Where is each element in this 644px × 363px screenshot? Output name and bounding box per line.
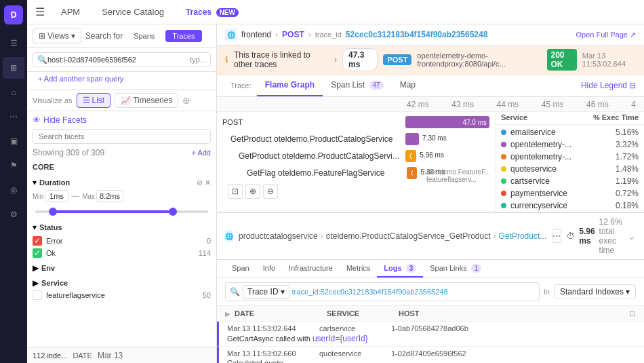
core-facet-header[interactable]: CORE xyxy=(33,163,211,171)
status-section-header[interactable]: ▾ Status xyxy=(33,223,211,232)
span-bar-getflag-bar[interactable]: GetFlag oteldemo.FeatureFlag... xyxy=(407,167,417,179)
tab-info[interactable]: Info xyxy=(256,260,282,278)
tab-logs[interactable]: Logs 3 xyxy=(377,260,423,278)
tab-infrastructure[interactable]: Infrastructure xyxy=(282,260,340,278)
home-icon[interactable]: ⌂ xyxy=(3,81,24,103)
logs-count-badge: 3 xyxy=(406,264,417,273)
span-row-getflag[interactable]: GetFlag oteldemo.FeatureFlagService GetF… xyxy=(222,166,489,180)
hamburger-icon[interactable]: ☰ xyxy=(35,5,45,18)
add-facet-button[interactable]: + Add xyxy=(192,149,211,157)
monitor-icon[interactable]: ▣ xyxy=(3,130,24,152)
span-exec-pct: 12.6% total exec time xyxy=(599,217,622,255)
duration-section: ▾ Duration ⊘ ✕ Min — xyxy=(33,178,211,217)
search-icon[interactable]: ⊞ xyxy=(3,57,24,79)
index-dropdown[interactable]: Standard Indexes ▾ xyxy=(554,284,636,299)
duration-title-wrap[interactable]: ▾ Duration xyxy=(33,178,70,187)
hide-legend-button[interactable]: Hide Legend ⊟ xyxy=(581,81,636,90)
duration-clear-button[interactable]: ✕ xyxy=(205,178,211,187)
span-row-getproduct1[interactable]: GetProduct oteldemo.ProductCatalogServic… xyxy=(222,132,489,147)
tab-traces[interactable]: Traces xyxy=(165,30,201,42)
log-message-2: Calculated quote xyxy=(227,358,636,363)
timeseries-view-button[interactable]: 📈 Timeseries xyxy=(115,93,178,108)
span-bar-getproduct1-bar[interactable] xyxy=(405,133,419,145)
chevron-right-icon: ▶ xyxy=(33,278,39,288)
collapse-panel-button[interactable]: ⌄ xyxy=(628,231,636,242)
table-expand-icon[interactable]: ⊡ xyxy=(629,309,636,318)
log-row-main: Mar 13 11:53:02.644 cartservice 1-0ab705… xyxy=(227,324,636,332)
duration-filter-icon[interactable]: ⊘ xyxy=(197,178,203,187)
logs-area: 🔍 Trace ID ▾ trace_id:52cec0c312183b4f15… xyxy=(217,278,644,363)
span-row-post[interactable]: POST 47.0 ms xyxy=(222,115,489,130)
search-bar: 🔍 typ... xyxy=(27,48,216,72)
hide-facets-button[interactable]: 👁 Hide Facets xyxy=(33,115,211,125)
trace-method: POST xyxy=(282,30,304,39)
currencyservice-name: currencyservice xyxy=(510,201,611,210)
showing-label: Showing 309 of 309 + Add xyxy=(33,148,211,157)
log-row[interactable]: Mar 13 11:53:02.660 quoteservice 1-02d87… xyxy=(217,347,644,363)
opentelemetry2-name: opentelemetry-... xyxy=(510,152,611,161)
range-max-thumb[interactable] xyxy=(169,208,177,216)
span-bar-getproduct2-bar[interactable]: GetProduct oteldemo.ProductCatalog... xyxy=(405,150,416,162)
chevron-icon: ▾ xyxy=(33,223,37,232)
env-title: Env xyxy=(41,264,55,272)
zoom-in-button[interactable]: ⊕ xyxy=(245,184,260,199)
search-input[interactable] xyxy=(47,56,190,64)
log-row[interactable]: Mar 13 11:53:02.644 cartservice 1-0ab705… xyxy=(217,322,644,347)
min-duration-field[interactable] xyxy=(45,190,68,202)
list-view-button[interactable]: ☰ List xyxy=(77,93,111,108)
ok-checkbox[interactable]: ✓ xyxy=(33,248,42,258)
alert-icon[interactable]: ⚑ xyxy=(3,155,24,176)
user-icon[interactable]: ◎ xyxy=(3,179,24,201)
zoom-fit-button[interactable]: ⊡ xyxy=(228,184,243,199)
trace-id-dropdown[interactable]: Trace ID ▾ xyxy=(243,285,289,299)
logs-table-body: Mar 13 11:53:02.644 cartservice 1-0ab705… xyxy=(217,322,644,363)
tab-spans[interactable]: Spans xyxy=(127,30,161,42)
expand-all-icon[interactable]: ▶ xyxy=(225,310,230,318)
error-checkbox[interactable]: ✓ xyxy=(33,236,42,246)
trace-service-icon: 🌐 xyxy=(225,28,237,41)
featureflag-checkbox[interactable] xyxy=(33,290,42,300)
range-min-thumb[interactable] xyxy=(49,208,57,216)
nav-service-catalog[interactable]: Service Catalog xyxy=(96,4,169,20)
settings-icon[interactable]: ⚙ xyxy=(3,204,24,225)
in-label: In xyxy=(544,288,550,296)
menu-icon[interactable]: ☰ xyxy=(3,33,24,54)
nav-traces[interactable]: Traces NEW xyxy=(180,4,244,20)
span-more-button[interactable]: ⋯ xyxy=(552,229,561,243)
tab-flame-graph[interactable]: Flame Graph xyxy=(257,75,323,96)
span-getflag-extra: /oteldemo.FeatureF... featureflagserv... xyxy=(426,168,491,183)
trace-status-badge: 200 OK xyxy=(547,49,577,71)
tab-span-links[interactable]: Span Links 1 xyxy=(423,260,488,278)
expand-icon[interactable]: ⊕ xyxy=(182,95,190,106)
span-row-getproduct2[interactable]: GetProduct oteldemo.ProductCatalogServic… xyxy=(222,149,489,164)
tab-span[interactable]: Span xyxy=(225,260,256,278)
span-bar-post-bar[interactable]: 47.0 ms xyxy=(405,116,489,128)
tab-metrics[interactable]: Metrics xyxy=(340,260,377,278)
trace-key: trace_id xyxy=(315,31,342,39)
service-section-header[interactable]: ▶ Service xyxy=(33,278,211,288)
add-span-query-button[interactable]: + Add another span query xyxy=(33,72,129,85)
duration-range-slider[interactable] xyxy=(35,206,208,217)
span-label-getflag: GetFlag oteldemo.FeatureFlagService xyxy=(222,168,405,178)
views-button[interactable]: ⊞ Views ▾ xyxy=(33,28,81,43)
emailservice-name: emailservice xyxy=(510,128,611,137)
span-bar-getproduct2: GetProduct oteldemo.ProductCatalog... 5.… xyxy=(405,149,489,163)
tab-map[interactable]: Map xyxy=(392,75,424,96)
search-facets-input[interactable] xyxy=(33,129,211,144)
cartservice-pct: 1.19% xyxy=(616,176,639,186)
zoom-out-button[interactable]: ⊖ xyxy=(263,184,278,199)
left-panel-toolbar: ⊞ Views ▾ Search for Spans Traces xyxy=(27,24,216,48)
max-duration-field[interactable] xyxy=(96,190,123,202)
nav-apm[interactable]: APM xyxy=(56,4,85,20)
add-span-query-bar: + Add another span query xyxy=(27,72,216,90)
tab-span-list[interactable]: Span List 47 xyxy=(323,75,392,96)
legend-opentelemetry2: opentelemetry-... 1.72% xyxy=(496,151,644,163)
service-title: Service xyxy=(41,279,68,287)
core-facet-title: CORE xyxy=(33,163,54,171)
chart-icon[interactable]: ⋯ xyxy=(3,106,24,128)
views-icon: ⊞ xyxy=(39,31,45,41)
app-logo[interactable]: D xyxy=(4,5,23,24)
span-list-count-badge: 47 xyxy=(369,81,384,90)
env-section-header[interactable]: ▶ Env xyxy=(33,263,211,273)
open-full-page-button[interactable]: Open Full Page ↗ xyxy=(576,31,637,39)
